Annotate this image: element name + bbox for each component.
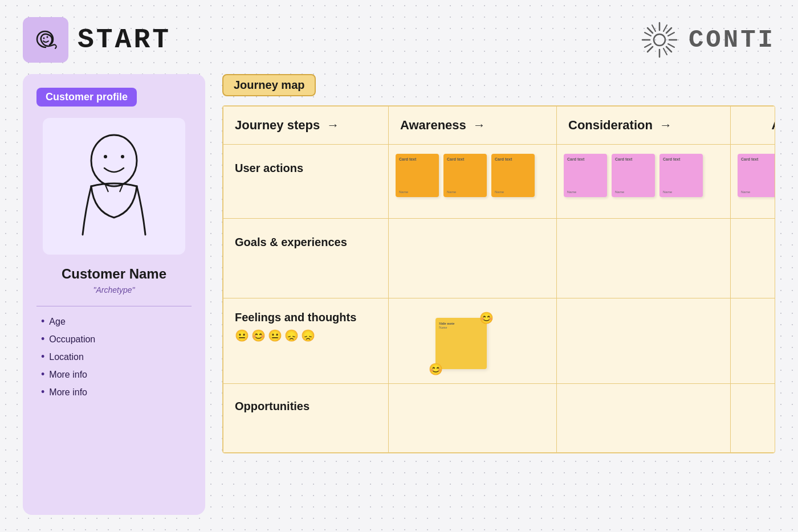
consideration-feelings [557,298,731,384]
svg-line-10 [648,47,653,52]
svg-line-7 [648,28,653,33]
emoji-5: 😞 [301,329,315,342]
emoji-4: 😞 [284,329,299,342]
awareness-user-actions: Card text Name Card text Name [389,145,557,219]
header-right: CONTI [640,20,775,60]
page-wrapper: START CO [0,0,798,532]
row-opportunities: Opportunities [223,384,776,453]
col-header-consideration: Consideration → [557,107,731,145]
table-header: Journey steps → Awareness → [223,107,776,145]
start-title: START [78,24,171,55]
emoji-2: 😊 [251,329,266,342]
awareness-arrow: → [473,118,486,133]
svg-line-15 [668,32,674,36]
journey-grid: Journey steps → Awareness → [223,106,775,453]
journey-map-area: Journey map Journe [222,74,775,515]
next-goals [731,219,776,298]
journey-map-label: Journey map [222,74,316,96]
note-orange-2[interactable]: Card text Name [443,154,487,197]
row-user-actions: User actions Card text Name [223,145,776,219]
row-goals: Goals & experiences [223,219,776,298]
svg-point-1 [47,36,48,38]
svg-line-17 [645,44,651,47]
label-goals: Goals & experiences [223,219,389,298]
start-icon-box [23,17,68,63]
consideration-user-actions: Card text Name Card text Name [557,145,731,219]
row-feelings: Feelings and thoughts 😐 😊 😐 😞 😞 [223,298,776,384]
avatar-box [43,118,185,255]
feelings-note[interactable]: Side note Name 😊 😊 [435,318,487,369]
svg-line-16 [663,25,667,31]
steps-arrow: → [327,118,339,133]
awareness-opportunities [389,384,557,453]
label-opportunities: Opportunities [223,384,389,453]
svg-point-20 [121,155,124,158]
svg-line-12 [668,44,674,47]
consideration-notes: Card text Name Card text Name [564,154,723,197]
archetype-label: "Archetype" [93,285,135,294]
svg-point-0 [43,38,45,39]
list-item-occupation: Occupation [41,333,192,345]
continue-title: CONTI [689,26,775,54]
emoji-row: 😐 😊 😐 😞 😞 [223,329,388,351]
header: START CO [0,0,798,74]
svg-line-14 [663,48,667,55]
note-orange-1[interactable]: Card text Name [396,154,439,197]
list-item-location: Location [41,351,192,363]
col-header-awareness: Awareness → [389,107,557,145]
list-item-more2: More info [41,386,192,398]
note-pink-4[interactable]: Card text Name [738,154,775,197]
consideration-arrow: → [659,118,672,133]
journey-table: Journey steps → Awareness → [222,105,775,453]
note-pink-1[interactable]: Card text Name [564,154,607,197]
col-header-steps: Journey steps → [223,107,389,145]
next-feelings [731,298,776,384]
note-pink-2[interactable]: Card text Name [612,154,655,197]
start-icon [31,26,60,54]
note-pink-3[interactable]: Card text Name [659,154,703,197]
main-content: Customer profile [0,74,798,515]
customer-profile-panel: Customer profile [23,74,205,515]
emoji-top-right: 😊 [479,311,494,325]
consideration-goals [557,219,731,298]
profile-list: Age Occupation Location More info More i… [36,316,192,404]
svg-point-2 [654,34,665,46]
label-user-actions: User actions [223,145,389,219]
list-item-more1: More info [41,369,192,380]
consideration-opportunities [557,384,731,453]
awareness-feelings: Side note Name 😊 😊 [389,298,557,384]
next-opportunities [731,384,776,453]
awareness-goals [389,219,557,298]
list-item-age: Age [41,316,192,328]
emoji-bottom-left: 😊 [429,362,443,376]
svg-line-8 [666,47,671,52]
customer-name: Customer Name [62,266,166,282]
profile-label: Customer profile [36,88,137,107]
emoji-1: 😐 [235,329,249,342]
profile-divider [36,306,192,306]
next-notes: Card text Name [738,154,775,197]
svg-line-9 [666,28,671,33]
col-header-next: A [731,107,776,145]
svg-line-13 [652,25,656,31]
avatar-drawing [63,129,165,243]
emoji-3: 😐 [268,329,282,342]
svg-point-19 [104,155,107,158]
table-body: User actions Card text Name [223,145,776,453]
header-row: Journey steps → Awareness → [223,107,776,145]
header-left: START [23,17,171,63]
note-orange-3[interactable]: Card text Name [491,154,535,197]
sunburst-icon [640,20,679,60]
label-feelings: Feelings and thoughts 😐 😊 😐 😞 😞 [223,298,389,384]
next-user-actions: Card text Name [731,145,776,219]
svg-point-18 [91,135,137,186]
awareness-notes: Card text Name Card text Name [396,154,549,197]
svg-line-11 [645,32,651,36]
